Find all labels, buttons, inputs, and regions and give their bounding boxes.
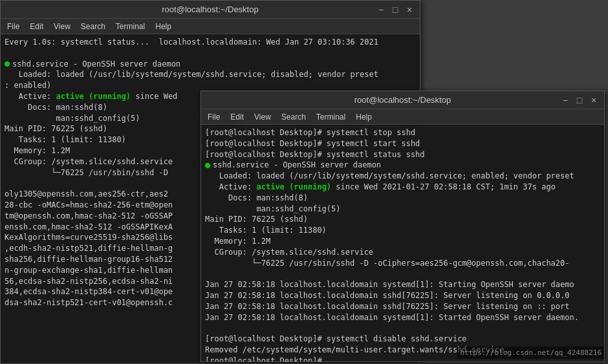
menu-view-1[interactable]: View [50,21,74,32]
menu-view-2[interactable]: View [250,111,275,123]
terminal-body-2: [root@localhost Desktop]# systemctl stop… [201,125,604,361]
minimize-btn-1[interactable]: − [376,5,386,15]
terminal-1-title: root@localhost:~/Desktop [45,5,376,14]
terminal-2-title: root@localhost:~/Desktop [245,95,560,105]
menu-search-2[interactable]: Search [277,111,310,123]
line-1-1 [5,48,416,59]
line-2-5: Active: active (running) since Wed 2021-… [205,182,600,193]
line-2-10: Memory: 1.2M [205,236,600,247]
title-bar-2: root@localhost:~/Desktop − □ × [201,91,604,109]
line-2-16: Jan 27 02:58:18 localhost.localdomain ss… [205,301,600,312]
line-2-11: CGroup: /system.slice/sshd.service [205,247,600,258]
line-2-18 [205,323,600,334]
line-2-14: Jan 27 02:58:18 localhost.localdomain sy… [205,279,600,290]
line-2-3: sshd.service - OpenSSH server daemon [205,160,600,171]
line-2-19: [root@localhost Desktop]# systemctl disa… [205,334,600,345]
active-status-2: active (running) [256,182,331,191]
menu-terminal-2[interactable]: Terminal [312,111,349,123]
line-1-0: Every 1.0s: systemctl status... localhos… [5,37,416,48]
maximize-btn-1[interactable]: □ [390,5,400,15]
line-1-2: sshd.service - OpenSSH server daemon [5,59,416,70]
line-2-0: [root@localhost Desktop]# systemctl stop… [205,127,600,138]
line-1-3: Loaded: loaded (/usr/lib/systemd/system/… [5,69,416,80]
minimize-btn-2[interactable]: − [560,95,570,105]
close-btn-2[interactable]: × [589,95,599,105]
menu-search-1[interactable]: Search [77,21,109,32]
line-2-15: Jan 27 02:58:18 localhost.localdomain ss… [205,290,600,301]
status-dot-2 [205,163,210,168]
menu-terminal-1[interactable]: Terminal [112,21,149,32]
menu-help-1[interactable]: Help [151,21,175,32]
line-2-4: Loaded: loaded (/usr/lib/systemd/system/… [205,171,600,182]
terminal-1-controls[interactable]: − □ × [376,5,415,15]
menu-bar-1: File Edit View Search Terminal Help [1,19,420,34]
line-2-13 [205,268,600,279]
line-1-4: : enabled) [5,80,416,91]
maximize-btn-2[interactable]: □ [574,95,585,105]
line-2-1: [root@localhost Desktop]# systemctl star… [205,138,600,149]
line-2-17: Jan 27 02:58:18 localhost.localdomain sy… [205,312,600,323]
line-2-8: Main PID: 76225 (sshd) [205,214,600,225]
title-bar-1: root@localhost:~/Desktop − □ × [1,1,420,19]
line-2-12: └─76225 /usr/sbin/sshd -D -oCiphers=aes2… [205,258,600,269]
menu-file-1[interactable]: File [3,21,23,32]
active-status-1: active (running) [56,92,131,101]
line-2-6: Docs: man:sshd(8) [205,193,600,204]
menu-edit-2[interactable]: Edit [226,111,248,123]
watermark: https://blog.csdn.net/qq_42488216 [457,347,604,359]
line-2-2: [root@localhost Desktop]# systemctl stat… [205,149,600,160]
menu-help-2[interactable]: Help [352,111,376,123]
menu-bar-2: File Edit View Search Terminal Help [201,109,604,125]
terminal-window-2[interactable]: root@localhost:~/Desktop − □ × File Edit… [201,91,605,362]
terminal-2-controls[interactable]: − □ × [560,95,599,105]
line-2-7: man:sshd_config(5) [205,204,600,215]
menu-edit-1[interactable]: Edit [26,21,47,32]
close-btn-1[interactable]: × [404,5,415,15]
menu-file-2[interactable]: File [204,111,224,123]
status-dot-1 [5,61,10,67]
line-2-9: Tasks: 1 (limit: 11380) [205,225,600,236]
